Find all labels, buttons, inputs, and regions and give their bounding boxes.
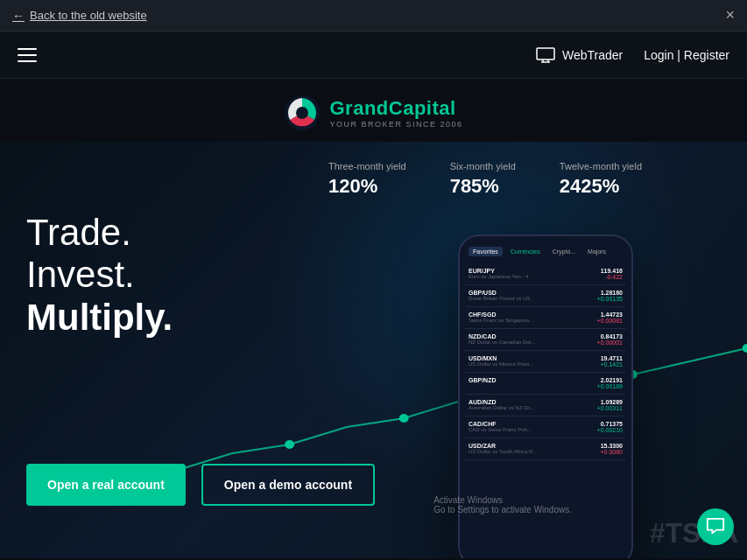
phone-row-nzdcad: NZD/CAD NZ Dollar vs Canadian Dol... 0.8… <box>465 329 626 351</box>
monitor-icon <box>536 47 555 63</box>
yield-value-12month: 2425% <box>560 175 620 198</box>
chat-bubble-button[interactable] <box>697 508 734 545</box>
phone-tab-favorites: Favorites <box>469 247 503 256</box>
webtrader-button[interactable]: WebTrader <box>536 47 623 63</box>
phone-tab-crypto: Crypto... <box>548 247 580 256</box>
phone-row-usdmxn: USD/MXN US Dollar vs Mexico Peso... 19.4… <box>465 351 626 373</box>
open-demo-account-button[interactable]: Open a demo account <box>201 464 375 506</box>
hero-section: Three-month yield 120% Six-month yield 7… <box>0 142 747 558</box>
phone-row-chfsgd: CHF/SGD Swiss Franc vs Singapore... 1.44… <box>465 307 626 329</box>
hero-line-3: Multiply. <box>26 297 173 338</box>
login-register-button[interactable]: Login | Register <box>644 48 729 62</box>
logo-text: GrandCapital YOUR BROKER SINCE 2006 <box>329 97 462 129</box>
yield-value-3month: 120% <box>328 175 377 198</box>
top-bar: ← Back to the old website × <box>0 0 747 32</box>
yield-item-3month: Three-month yield 120% <box>328 161 406 198</box>
hamburger-menu-button[interactable] <box>18 48 37 62</box>
logo-area: GrandCapital YOUR BROKER SINCE 2006 <box>0 79 747 142</box>
activate-windows-notice: Activate Windows Go to Settings to activ… <box>433 495 572 514</box>
svg-point-8 <box>399 414 409 423</box>
hamburger-line-1 <box>18 48 37 50</box>
back-label: Back to the old website <box>30 9 147 22</box>
chat-icon <box>706 517 725 536</box>
phone-tab-majors: Majors <box>583 247 610 256</box>
logo-name: GrandCapital <box>329 97 462 120</box>
open-real-account-button[interactable]: Open a real account <box>26 464 186 506</box>
close-button[interactable]: × <box>725 6 735 24</box>
back-to-old-website-link[interactable]: ← Back to the old website <box>12 9 147 23</box>
nav-bar: WebTrader Login | Register <box>0 32 747 79</box>
hamburger-line-3 <box>18 60 37 62</box>
back-arrow-icon: ← <box>12 9 25 23</box>
phone-row-eurjpy: EUR/JPY Euro vs Japanese Yen - 4 119.416… <box>465 263 626 285</box>
hamburger-line-2 <box>18 54 37 56</box>
nav-right: WebTrader Login | Register <box>536 47 729 63</box>
yield-label-12month: Twelve-month yield <box>560 161 642 172</box>
logo-tagline: YOUR BROKER SINCE 2006 <box>329 120 462 129</box>
yield-stats: Three-month yield 120% Six-month yield 7… <box>328 161 642 198</box>
cta-buttons: Open a real account Open a demo account <box>26 464 375 506</box>
hero-line-2: Invest. <box>26 254 135 295</box>
phone-tab-currencies: Currencies <box>506 247 545 256</box>
svg-point-5 <box>296 107 308 119</box>
yield-value-6month: 785% <box>450 175 499 198</box>
svg-point-7 <box>285 440 294 449</box>
svg-rect-0 <box>537 48 554 60</box>
phone-row-gbpusd: GBP/USD Great Britain Pound vs US 1.2818… <box>465 285 626 307</box>
yield-item-12month: Twelve-month yield 2425% <box>560 161 642 198</box>
phone-header-tabs: Favorites Currencies Crypto... Majors <box>465 243 626 260</box>
webtrader-label: WebTrader <box>562 48 623 62</box>
hero-line-1: Trade. <box>26 212 131 253</box>
phone-row-audnzd: AUD/NZD Australian Dollar vs NZ Do... 1.… <box>465 395 626 416</box>
grand-capital-logo-icon <box>284 94 321 131</box>
yield-item-6month: Six-month yield 785% <box>450 161 516 198</box>
phone-row-gbpnzd: GBP/NZD 2.02191 +0.00189 <box>465 373 626 395</box>
hero-text: Trade. Invest. Multiply. <box>26 212 173 339</box>
phone-row-usdzar: USD/ZAR US Dollar vs South Africa R... 1… <box>465 438 626 460</box>
yield-label-3month: Three-month yield <box>328 161 406 172</box>
phone-row-cadchf: CAD/CHF CAD vs Swiss Franc Poh... 0.7137… <box>465 416 626 438</box>
svg-point-11 <box>743 344 747 353</box>
yield-label-6month: Six-month yield <box>450 161 516 172</box>
